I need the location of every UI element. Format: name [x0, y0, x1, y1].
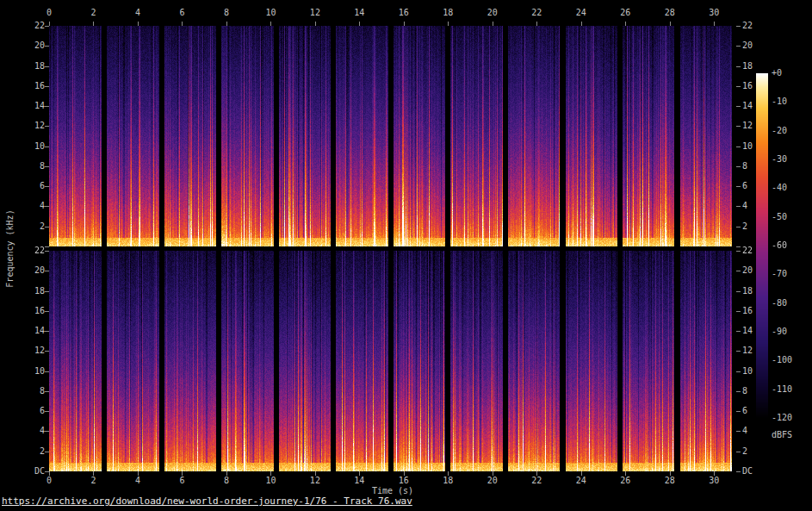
- time-tick-label: 4: [135, 9, 140, 17]
- time-tick-label: 10: [265, 477, 276, 485]
- time-tick-label: 22: [531, 477, 542, 485]
- time-tick-mark: [714, 22, 715, 26]
- freq-tick-label: 8: [24, 162, 45, 171]
- time-tick-label: 30: [709, 477, 719, 485]
- freq-tick-label: 2: [24, 222, 45, 231]
- freq-tick-label: 12: [24, 346, 45, 355]
- freq-tick-mark: [736, 206, 741, 207]
- time-tick-mark: [493, 22, 493, 26]
- time-tick-mark: [270, 471, 271, 476]
- freq-tick-mark: [736, 246, 741, 247]
- freq-tick-mark: [45, 126, 49, 127]
- freq-tick-mark: [736, 331, 741, 332]
- freq-tick-mark: [45, 291, 49, 292]
- time-tick-label: 12: [310, 9, 320, 17]
- time-tick-mark: [404, 471, 405, 476]
- freq-tick-mark: [736, 351, 741, 352]
- time-tick-label: 16: [399, 9, 409, 17]
- freq-tick-mark: [45, 411, 49, 412]
- time-tick-label: 6: [179, 477, 184, 485]
- freq-tick-label: 18: [24, 62, 45, 71]
- time-tick-mark: [138, 471, 139, 476]
- freq-tick-mark: [736, 26, 741, 27]
- freq-tick-mark: [736, 106, 741, 107]
- freq-tick-label: DC: [24, 467, 45, 476]
- freq-tick-mark: [45, 166, 49, 167]
- freq-tick-label: DC: [742, 467, 753, 476]
- time-tick-label: 10: [265, 9, 276, 17]
- freq-tick-label: 2: [742, 447, 747, 456]
- freq-tick-label: 12: [24, 122, 45, 130]
- colorbar-tick-label: -110: [772, 385, 792, 394]
- freq-tick-mark: [45, 86, 49, 87]
- time-tick-label: 18: [443, 9, 453, 17]
- freq-tick-mark: [45, 251, 49, 252]
- time-tick-mark: [670, 22, 671, 26]
- freq-tick-label: 4: [24, 427, 45, 435]
- time-tick-label: 18: [443, 477, 453, 485]
- freq-tick-mark: [45, 331, 49, 332]
- freq-tick-mark: [45, 246, 49, 247]
- colorbar-tick-label: +0: [772, 69, 782, 78]
- freq-tick-mark: [736, 271, 741, 271]
- time-tick-label: 16: [399, 477, 409, 485]
- freq-tick-mark: [45, 311, 49, 312]
- freq-tick-label: 8: [742, 387, 747, 396]
- time-tick-mark: [581, 471, 582, 476]
- time-tick-mark: [493, 471, 493, 476]
- freq-tick-mark: [736, 452, 741, 452]
- colorbar-gradient: [756, 73, 768, 418]
- time-tick-mark: [49, 471, 50, 476]
- freq-tick-label: 22: [742, 246, 753, 255]
- time-tick-label: 26: [620, 9, 630, 17]
- freq-tick-label: 4: [742, 427, 747, 435]
- freq-tick-label: 16: [742, 82, 753, 90]
- time-tick-mark: [226, 471, 227, 476]
- freq-tick-label: 2: [742, 222, 747, 231]
- time-tick-mark: [536, 22, 537, 26]
- freq-tick-mark: [45, 452, 49, 452]
- time-tick-label: 0: [46, 9, 52, 17]
- time-tick-label: 26: [620, 477, 630, 485]
- freq-tick-label: 10: [742, 367, 753, 376]
- freq-tick-label: 12: [742, 122, 753, 130]
- freq-tick-label: 6: [24, 407, 45, 415]
- colorbar-tick-label: -30: [772, 155, 787, 164]
- freq-tick-label: 8: [24, 387, 45, 396]
- colorbar-tick-label: -50: [772, 213, 787, 221]
- frequency-axis-label: Frequency (kHz): [5, 163, 15, 335]
- time-tick-mark: [49, 22, 50, 26]
- freq-tick-label: 16: [742, 307, 753, 315]
- time-tick-label: 14: [354, 477, 364, 485]
- freq-tick-mark: [736, 251, 741, 252]
- freq-tick-label: 6: [742, 182, 747, 190]
- freq-tick-label: 6: [742, 407, 747, 415]
- freq-tick-label: 12: [742, 346, 753, 355]
- colorbar-tick-label: -60: [772, 241, 787, 250]
- freq-tick-label: 22: [742, 22, 753, 30]
- colorbar-tick-label: -100: [772, 356, 792, 365]
- freq-tick-label: 2: [24, 447, 45, 456]
- freq-tick-mark: [45, 106, 49, 107]
- time-tick-mark: [581, 22, 582, 26]
- time-tick-label: 6: [179, 9, 184, 17]
- colorbar-unit-label: dBFS: [772, 430, 792, 439]
- freq-tick-label: 6: [24, 182, 45, 190]
- freq-tick-mark: [736, 431, 741, 432]
- freq-tick-mark: [736, 186, 741, 187]
- time-tick-mark: [359, 471, 360, 476]
- freq-tick-label: 14: [24, 327, 45, 335]
- time-tick-label: 8: [224, 477, 229, 485]
- freq-tick-mark: [45, 227, 49, 227]
- colorbar-tick-label: -90: [772, 327, 787, 336]
- freq-tick-label: 16: [24, 307, 45, 315]
- time-tick-mark: [625, 471, 626, 476]
- time-tick-label: 24: [576, 477, 586, 485]
- freq-tick-mark: [45, 206, 49, 207]
- freq-tick-mark: [45, 146, 49, 147]
- freq-tick-mark: [736, 86, 741, 87]
- freq-tick-mark: [736, 411, 741, 412]
- freq-tick-mark: [736, 126, 741, 127]
- freq-tick-mark: [736, 471, 741, 472]
- freq-tick-mark: [736, 311, 741, 312]
